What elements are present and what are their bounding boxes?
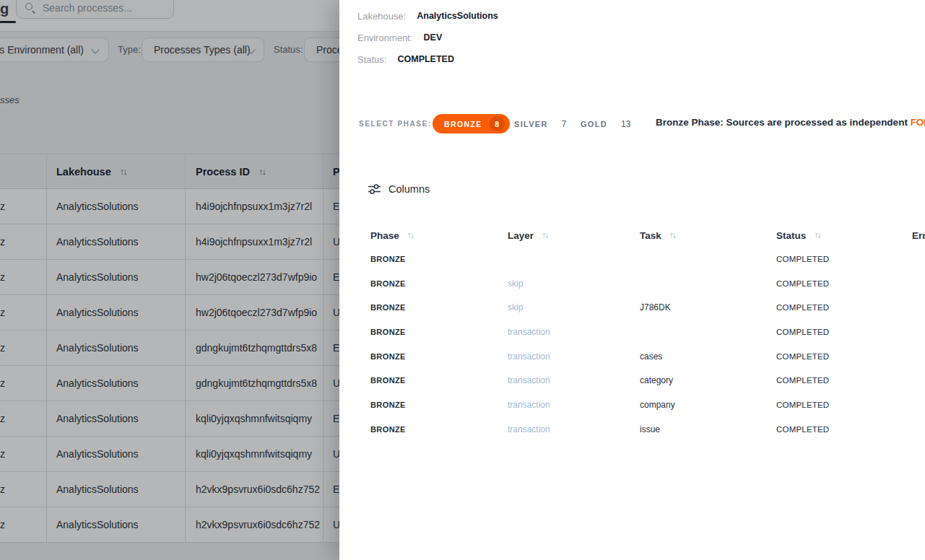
columns-button[interactable]: Columns — [368, 183, 430, 195]
table-row[interactable]: BRONZE transaction company COMPLETED — [339, 393, 925, 417]
phase-tab-silver[interactable]: SILVER 7 — [514, 119, 566, 129]
info-row-lakehouse: Lakehouse: AnalyticsSolutions — [357, 5, 498, 27]
info-row-environment: Environment: DEV — [357, 27, 498, 48]
column-header-layer[interactable]: Layer ↑↓ — [508, 230, 640, 241]
phase-tab-bronze[interactable]: BRONZE 8 — [433, 114, 510, 134]
phase-count-badge: 8 — [490, 116, 505, 131]
table-row[interactable]: BRONZE transaction COMPLETED — [339, 320, 925, 344]
table-row[interactable]: BRONZE transaction cases COMPLETED — [339, 344, 925, 369]
table-row[interactable]: BRONZE transaction category COMPLETED — [339, 368, 925, 393]
column-header-status[interactable]: Status ↑↓ — [776, 230, 912, 241]
sort-icon: ↑↓ — [542, 230, 547, 240]
info-row-status: Status: COMPLETED — [357, 48, 498, 70]
column-header-phase[interactable]: Phase ↑↓ — [370, 230, 508, 241]
phase-tasks-table: Phase ↑↓ Layer ↑↓ Task ↑↓ Status ↑↓ Erro… — [339, 224, 925, 442]
phase-tasks-table-header: Phase ↑↓ Layer ↑↓ Task ↑↓ Status ↑↓ Erro… — [339, 224, 925, 247]
process-info: Lakehouse: AnalyticsSolutions Environmen… — [357, 5, 498, 70]
phase-tab-gold[interactable]: GOLD 13 — [581, 119, 630, 129]
sort-icon: ↑↓ — [407, 230, 413, 240]
table-row[interactable]: BRONZE skip J786DK COMPLETED — [339, 295, 925, 320]
column-header-error[interactable]: Error — [912, 230, 925, 241]
table-row[interactable]: BRONZE skip COMPLETED — [339, 271, 925, 296]
select-phase-label: SELECT PHASE: — [359, 120, 432, 128]
sort-icon: ↑↓ — [814, 230, 820, 240]
phase-description: Bronze Phase: Sources are processed as i… — [656, 117, 925, 128]
table-row[interactable]: BRONZE transaction issue COMPLETED — [339, 417, 925, 442]
column-header-task[interactable]: Task ↑↓ — [640, 230, 776, 241]
sort-icon: ↑↓ — [669, 230, 675, 240]
process-detail-panel: Lakehouse: AnalyticsSolutions Environmen… — [339, 0, 925, 560]
table-row[interactable]: BRONZE COMPLETED — [339, 247, 925, 271]
phase-description-highlight: FOLDER — [911, 117, 925, 128]
phase-selector: SELECT PHASE: BRONZE 8 SILVER 7 GOLD 13 … — [339, 113, 925, 134]
sliders-icon — [368, 183, 381, 195]
